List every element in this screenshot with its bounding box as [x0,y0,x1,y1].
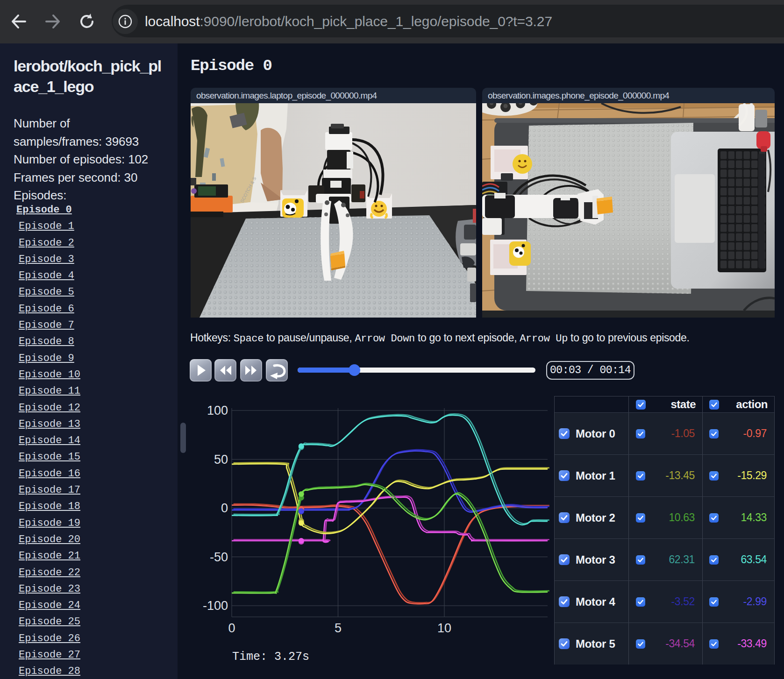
svg-text:100: 100 [207,403,228,417]
svg-text:Time: 3.27s: Time: 3.27s [232,650,309,664]
svg-text:0: 0 [228,621,235,635]
svg-text:0: 0 [221,501,228,515]
svg-text:5: 5 [335,621,342,635]
svg-text:-100: -100 [203,599,228,613]
svg-text:50: 50 [214,453,228,467]
svg-text:-50: -50 [210,550,228,564]
svg-text:10: 10 [437,621,451,635]
